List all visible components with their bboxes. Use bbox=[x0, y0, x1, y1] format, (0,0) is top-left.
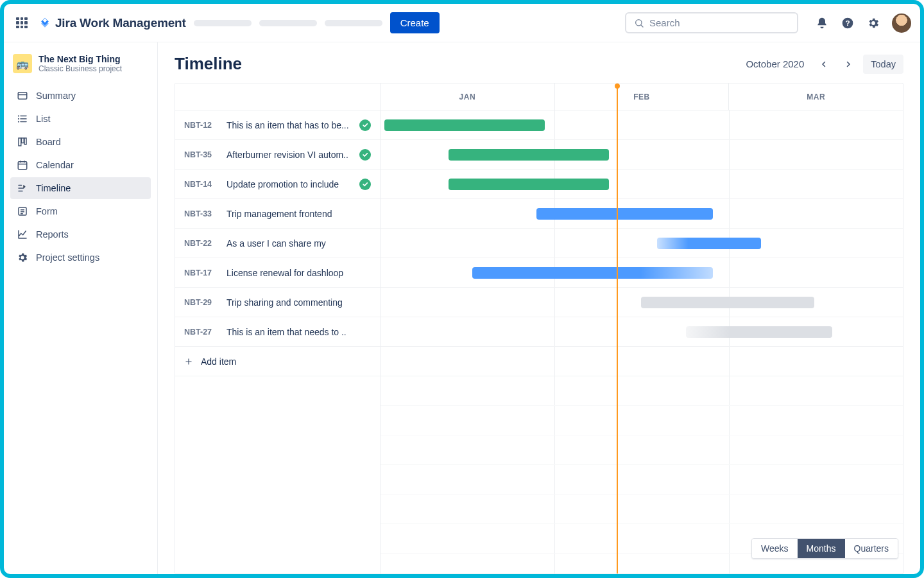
svg-text:?: ? bbox=[845, 19, 850, 27]
issue-row[interactable]: NBT-33Trip management frontend bbox=[175, 199, 380, 229]
sidebar-item-label: Project settings bbox=[36, 252, 99, 263]
zoom-option-quarters[interactable]: Quarters bbox=[845, 539, 898, 558]
nav-placeholder[interactable] bbox=[259, 20, 317, 26]
sidebar-item-reports[interactable]: Reports bbox=[10, 223, 151, 245]
next-month-button[interactable] bbox=[839, 55, 858, 74]
sidebar-item-icon bbox=[17, 90, 28, 101]
settings-icon[interactable] bbox=[866, 16, 880, 30]
sidebar-item-icon bbox=[17, 113, 28, 125]
sidebar-item-form[interactable]: Form bbox=[10, 200, 151, 222]
timeline-bar[interactable] bbox=[536, 208, 713, 220]
timeline-bar[interactable] bbox=[657, 238, 760, 249]
issue-row[interactable]: NBT-22As a user I can share my bbox=[175, 229, 380, 258]
project-subtitle: Classic Business project bbox=[38, 64, 122, 73]
sidebar-item-icon bbox=[17, 206, 28, 217]
timeline-bar[interactable] bbox=[449, 149, 609, 161]
issue-key: NBT-27 bbox=[184, 328, 219, 337]
sidebar-item-board[interactable]: Board bbox=[10, 131, 151, 153]
sidebar-item-label: List bbox=[36, 114, 51, 124]
notifications-icon[interactable] bbox=[815, 16, 829, 30]
timeline-row bbox=[381, 347, 903, 376]
product-logo[interactable]: Jira Work Management bbox=[38, 16, 186, 30]
svg-rect-11 bbox=[24, 138, 26, 144]
issue-row[interactable]: NBT-17License renewal for dashloop bbox=[175, 258, 380, 288]
timeline-bar[interactable] bbox=[641, 297, 814, 308]
issue-row[interactable]: NBT-14Update promotion to include bbox=[175, 170, 380, 199]
issue-row[interactable]: NBT-29Trip sharing and commenting bbox=[175, 288, 380, 317]
sidebar-item-icon bbox=[17, 182, 28, 194]
user-avatar[interactable] bbox=[892, 13, 911, 33]
app-switcher-icon[interactable] bbox=[13, 14, 31, 32]
search-icon bbox=[634, 18, 644, 28]
nav-placeholder[interactable] bbox=[194, 20, 252, 26]
svg-point-7 bbox=[18, 118, 19, 119]
main-content: Timeline October 2020 Today NBT-12This i… bbox=[158, 42, 920, 574]
timeline-row bbox=[381, 110, 903, 140]
search-input[interactable]: Search bbox=[625, 12, 798, 33]
timeline-bar[interactable] bbox=[686, 326, 832, 338]
zoom-option-weeks[interactable]: Weeks bbox=[752, 539, 798, 558]
date-range-label: October 2020 bbox=[746, 58, 804, 69]
sidebar-item-project-settings[interactable]: Project settings bbox=[10, 247, 151, 268]
sidebar-item-summary[interactable]: Summary bbox=[10, 85, 151, 107]
svg-line-1 bbox=[641, 24, 643, 26]
svg-point-8 bbox=[18, 121, 19, 122]
done-badge-icon bbox=[359, 149, 371, 161]
sidebar-item-calendar[interactable]: Calendar bbox=[10, 154, 151, 176]
timeline-row bbox=[381, 170, 903, 199]
svg-point-6 bbox=[18, 115, 19, 116]
add-item-label: Add item bbox=[201, 356, 236, 367]
issue-summary: Update promotion to include bbox=[227, 179, 352, 189]
project-header[interactable]: 🚌 The Next Big Thing Classic Business pr… bbox=[10, 51, 151, 82]
timeline-bar[interactable] bbox=[384, 119, 545, 131]
issue-key: NBT-14 bbox=[184, 180, 219, 189]
issue-row[interactable]: NBT-35Afterburner revision VI autom.. bbox=[175, 140, 380, 170]
sidebar-item-list[interactable]: List bbox=[10, 108, 151, 130]
timeline-bar[interactable] bbox=[472, 267, 712, 279]
issue-key: NBT-35 bbox=[184, 150, 219, 159]
sidebar-item-icon bbox=[17, 252, 28, 263]
today-button[interactable]: Today bbox=[863, 55, 903, 74]
sidebar-item-label: Summary bbox=[36, 91, 76, 101]
add-item-button[interactable]: Add item bbox=[175, 347, 380, 376]
issue-summary: This is an item that has to be... bbox=[227, 120, 352, 130]
sidebar-item-label: Timeline bbox=[36, 183, 71, 193]
project-name: The Next Big Thing bbox=[38, 54, 122, 64]
sidebar-item-icon bbox=[17, 229, 28, 240]
issue-summary: As a user I can share my bbox=[227, 238, 371, 249]
project-icon: 🚌 bbox=[13, 54, 32, 73]
timeline-row bbox=[381, 258, 903, 288]
sidebar-item-label: Reports bbox=[36, 229, 69, 240]
top-nav: Jira Work Management Create Search ? bbox=[4, 4, 920, 42]
sidebar-item-timeline[interactable]: Timeline bbox=[10, 177, 151, 199]
prev-month-button[interactable] bbox=[814, 55, 834, 74]
issue-row[interactable]: NBT-12This is an item that has to be... bbox=[175, 110, 380, 140]
svg-rect-9 bbox=[19, 138, 21, 146]
timeline-grid: NBT-12This is an item that has to be...N… bbox=[175, 83, 903, 574]
issue-key: NBT-29 bbox=[184, 298, 219, 307]
timeline-row bbox=[381, 288, 903, 317]
project-sidebar: 🚌 The Next Big Thing Classic Business pr… bbox=[4, 42, 158, 574]
timeline-row bbox=[381, 199, 903, 229]
plus-icon bbox=[184, 357, 193, 366]
issue-summary: Trip sharing and commenting bbox=[227, 297, 371, 308]
timeline-row bbox=[381, 140, 903, 170]
create-button[interactable]: Create bbox=[390, 12, 440, 33]
issue-row[interactable]: NBT-27This is an item that needs to .. bbox=[175, 317, 380, 347]
zoom-option-months[interactable]: Months bbox=[798, 539, 845, 558]
timeline-bar[interactable] bbox=[449, 179, 609, 190]
issue-key: NBT-17 bbox=[184, 268, 219, 277]
nav-placeholder[interactable] bbox=[325, 20, 382, 26]
help-icon[interactable]: ? bbox=[841, 16, 855, 30]
page-title: Timeline bbox=[175, 54, 242, 74]
sidebar-item-label: Board bbox=[36, 137, 61, 147]
timeline-row bbox=[381, 229, 903, 258]
today-marker bbox=[617, 83, 618, 574]
issue-summary: License renewal for dashloop bbox=[227, 268, 371, 278]
issue-summary: This is an item that needs to .. bbox=[227, 327, 371, 337]
search-placeholder: Search bbox=[649, 17, 680, 28]
month-header: FEB bbox=[555, 83, 730, 110]
issue-key: NBT-33 bbox=[184, 209, 219, 218]
done-badge-icon bbox=[359, 119, 371, 131]
issue-summary: Afterburner revision VI autom.. bbox=[227, 150, 352, 160]
